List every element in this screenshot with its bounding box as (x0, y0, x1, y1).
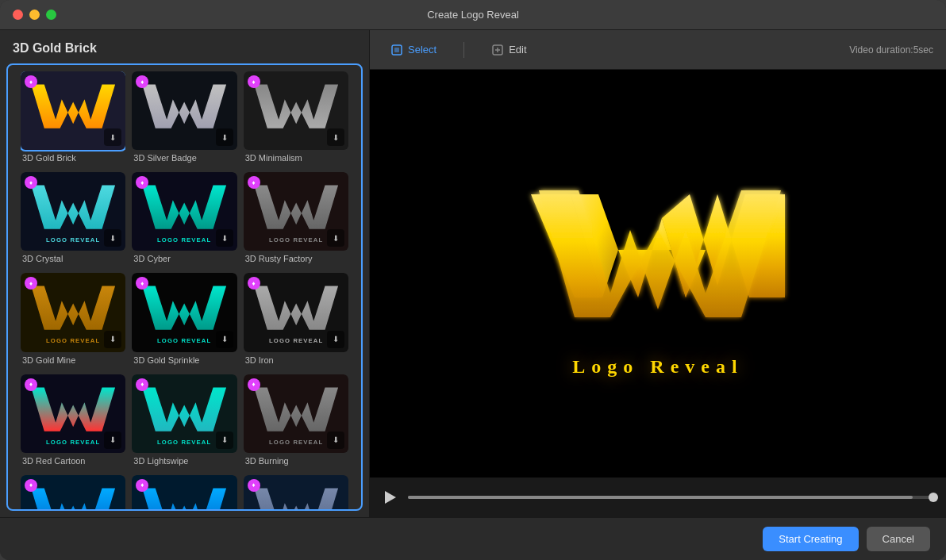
left-panel: 3D Gold Brick ♦⬇3D Gold Brick♦⬇3D Silver… (0, 30, 369, 517)
template-badge: ♦ (136, 378, 148, 391)
logo-svg (507, 171, 809, 361)
window-title: Create Logo Reveal (427, 9, 519, 21)
download-button[interactable]: ⬇ (327, 229, 344, 247)
progress-handle[interactable] (929, 493, 938, 502)
template-item[interactable]: ♦⬇3D Gold Brick (21, 71, 125, 166)
svg-text:LOGO REVEAL: LOGO REVEAL (46, 439, 100, 446)
template-thumbnail[interactable]: ♦LOGO REVEAL⬇ (21, 172, 125, 251)
svg-text:LOGO REVEAL: LOGO REVEAL (46, 236, 100, 244)
template-item[interactable]: ♦LOGO REVEAL⬇3D Cyber (132, 172, 236, 267)
template-badge: ♦ (248, 176, 260, 189)
template-name-label: 3D Minimalism (244, 153, 348, 166)
svg-text:LOGO REVEAL: LOGO REVEAL (269, 439, 323, 446)
svg-rect-13 (394, 48, 399, 52)
template-item[interactable]: ♦LOGO REVEAL⬇3D Burning (244, 374, 348, 469)
template-grid-wrapper[interactable]: ♦⬇3D Gold Brick♦⬇3D Silver Badge♦⬇3D Min… (6, 63, 363, 511)
template-thumbnail[interactable]: ♦LOGO REVEAL⬇ (21, 475, 125, 511)
close-button[interactable] (13, 10, 23, 20)
template-thumbnail[interactable]: ♦⬇ (244, 71, 348, 150)
download-button[interactable]: ⬇ (216, 432, 233, 449)
template-item[interactable]: ♦LOGO REVEAL⬇Fly In (244, 475, 348, 511)
template-badge: ♦ (25, 75, 37, 88)
play-button[interactable] (383, 489, 398, 505)
right-panel: Select Edit Video duration:5sec (369, 30, 946, 517)
preview-area: Logo Reveal (370, 70, 946, 478)
template-grid: ♦⬇3D Gold Brick♦⬇3D Silver Badge♦⬇3D Min… (21, 71, 348, 511)
tab-edit[interactable]: Edit (483, 39, 534, 61)
svg-marker-21 (385, 491, 396, 504)
select-tab-label: Select (408, 44, 436, 56)
toolbar-divider (463, 42, 464, 58)
template-logo-svg: LOGO REVEAL (132, 475, 236, 511)
download-button[interactable]: ⬇ (216, 331, 233, 348)
download-button[interactable]: ⬇ (327, 128, 344, 146)
template-thumbnail[interactable]: ♦LOGO REVEAL⬇ (21, 374, 125, 453)
download-button[interactable]: ⬇ (104, 432, 121, 449)
template-item[interactable]: ♦LOGO REVEAL⬇3D Red Cartoon (21, 374, 125, 469)
template-item[interactable]: ♦LOGO REVEAL⬇Digital Pixel 01 (21, 475, 125, 511)
traffic-lights (13, 10, 56, 20)
download-button[interactable]: ⬇ (104, 128, 121, 146)
template-item[interactable]: ♦⬇3D Silver Badge (132, 71, 236, 166)
video-controls (370, 478, 946, 517)
svg-text:LOGO REVEAL: LOGO REVEAL (46, 338, 100, 345)
template-name-label: 3D Crystal (21, 254, 125, 267)
download-button[interactable]: ⬇ (216, 229, 233, 247)
template-name-label: 3D Gold Mine (21, 355, 125, 368)
bottom-bar: Start Creating Cancel (0, 517, 946, 560)
template-thumbnail[interactable]: ♦⬇ (21, 71, 125, 150)
maximize-button[interactable] (46, 10, 56, 20)
template-item[interactable]: ♦⬇3D Minimalism (244, 71, 348, 166)
template-item[interactable]: ♦LOGO REVEAL⬇Digital Pixel 02 (132, 475, 236, 511)
template-name-label: 3D Lightswipe (132, 456, 236, 469)
download-button[interactable]: ⬇ (327, 432, 344, 449)
template-name-label: 3D Gold Brick (21, 153, 125, 166)
template-item[interactable]: ♦LOGO REVEAL⬇3D Lightswipe (132, 374, 236, 469)
template-name-label: 3D Iron (244, 355, 348, 368)
download-button[interactable]: ⬇ (104, 229, 121, 247)
template-thumbnail[interactable]: ♦LOGO REVEAL⬇ (132, 475, 236, 511)
download-button[interactable]: ⬇ (327, 331, 344, 348)
download-button[interactable]: ⬇ (216, 128, 233, 146)
template-name-label: 3D Red Cartoon (21, 456, 125, 469)
template-item[interactable]: ♦LOGO REVEAL⬇3D Rusty Factory (244, 172, 348, 267)
svg-text:LOGO REVEAL: LOGO REVEAL (157, 439, 211, 446)
template-name-label: 3D Burning (244, 456, 348, 469)
template-thumbnail[interactable]: ♦⬇ (132, 71, 236, 150)
template-item[interactable]: ♦LOGO REVEAL⬇3D Crystal (21, 172, 125, 267)
template-badge: ♦ (248, 378, 260, 391)
progress-bar[interactable] (408, 496, 933, 499)
template-thumbnail[interactable]: ♦LOGO REVEAL⬇ (244, 273, 348, 351)
template-thumbnail[interactable]: ♦LOGO REVEAL⬇ (21, 273, 125, 351)
svg-text:LOGO REVEAL: LOGO REVEAL (269, 236, 323, 244)
cancel-button[interactable]: Cancel (867, 527, 930, 551)
template-thumbnail[interactable]: ♦LOGO REVEAL⬇ (244, 172, 348, 251)
template-thumbnail[interactable]: ♦LOGO REVEAL⬇ (244, 374, 348, 453)
template-thumbnail[interactable]: ♦LOGO REVEAL⬇ (132, 172, 236, 251)
main-content: 3D Gold Brick ♦⬇3D Gold Brick♦⬇3D Silver… (0, 30, 946, 517)
template-name-label: 3D Cyber (132, 254, 236, 267)
template-logo-svg: LOGO REVEAL (21, 475, 125, 511)
edit-tab-icon (491, 44, 504, 56)
template-thumbnail[interactable]: ♦LOGO REVEAL⬇ (132, 374, 236, 453)
template-item[interactable]: ♦LOGO REVEAL⬇3D Gold Mine (21, 273, 125, 367)
select-tab-icon (390, 44, 403, 56)
edit-tab-label: Edit (509, 44, 526, 56)
template-thumbnail[interactable]: ♦LOGO REVEAL⬇ (244, 475, 348, 511)
selected-template-name: 3D Gold Brick (13, 41, 97, 55)
template-badge: ♦ (25, 378, 37, 391)
start-creating-button[interactable]: Start Creating (763, 527, 858, 551)
minimize-button[interactable] (29, 10, 40, 20)
template-badge: ♦ (248, 479, 260, 492)
svg-text:LOGO REVEAL: LOGO REVEAL (269, 338, 323, 345)
template-item[interactable]: ♦LOGO REVEAL⬇3D Iron (244, 273, 348, 367)
svg-text:LOGO REVEAL: LOGO REVEAL (157, 338, 211, 345)
title-bar: Create Logo Reveal (0, 0, 946, 30)
template-item[interactable]: ♦LOGO REVEAL⬇3D Gold Sprinkle (132, 273, 236, 367)
template-thumbnail[interactable]: ♦LOGO REVEAL⬇ (132, 273, 236, 351)
template-name-label: 3D Silver Badge (132, 153, 236, 166)
tab-select[interactable]: Select (383, 39, 444, 61)
download-button[interactable]: ⬇ (104, 331, 121, 348)
template-badge: ♦ (25, 479, 37, 492)
template-logo-svg: LOGO REVEAL (244, 475, 348, 511)
